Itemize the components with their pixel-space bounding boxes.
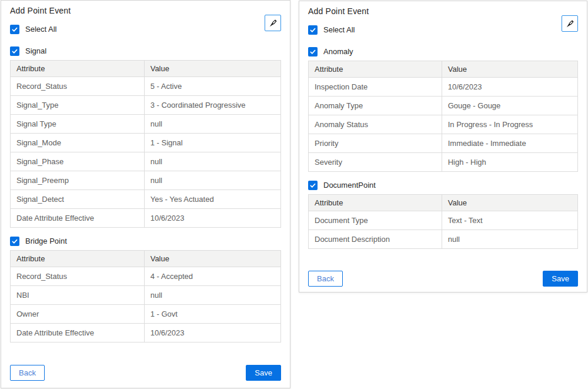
add-point-event-panel-left: Add Point Event Select All (1, 0, 290, 388)
attribute-cell: Signal Type (11, 115, 145, 134)
panel-header: Add Point Event Select All (10, 1, 281, 34)
table-row: Owner 1 - Govt (11, 305, 281, 324)
value-column-header: Value (144, 61, 280, 77)
value-cell: null (144, 171, 280, 190)
eyedropper-button[interactable] (265, 15, 281, 31)
document-point-label: DocumentPoint (323, 181, 376, 190)
back-button[interactable]: Back (10, 365, 45, 381)
attribute-cell: Severity (309, 153, 442, 172)
select-all-checkbox[interactable] (10, 25, 19, 34)
panel-footer: Back Save (10, 365, 281, 388)
attribute-cell: Record_Status (11, 77, 145, 96)
check-icon (11, 238, 18, 245)
select-all-row[interactable]: Select All (10, 25, 281, 34)
attribute-cell: Anomaly Status (309, 115, 442, 134)
value-cell: 1 - Signal (144, 134, 280, 152)
value-cell: Gouge - Gouge (442, 97, 577, 115)
value-cell: In Progress - In Progress (442, 115, 577, 134)
check-icon (309, 26, 316, 34)
table-row: Anomaly Status In Progress - In Progress (309, 115, 578, 134)
checkbox-row-signal[interactable]: Signal (10, 46, 281, 56)
add-point-event-panel-right: Add Point Event Select All (299, 1, 587, 292)
table-row: Signal_Phase null (11, 152, 281, 171)
checkbox-row-document-point[interactable]: DocumentPoint (308, 181, 578, 190)
attribute-cell: NBI (11, 286, 145, 305)
table-header-row: Attribute Value (11, 61, 281, 77)
attribute-cell: Signal_Detect (11, 190, 145, 209)
value-cell: null (144, 152, 280, 171)
value-cell: null (442, 230, 577, 249)
select-all-checkbox[interactable] (308, 25, 318, 35)
table-header-row: Attribute Value (11, 251, 281, 267)
attribute-cell: Signal_Mode (11, 134, 145, 152)
save-button[interactable]: Save (246, 365, 281, 381)
attribute-cell: Owner (11, 305, 145, 324)
check-icon (11, 26, 18, 33)
checkbox-row-bridge-point[interactable]: Bridge Point (10, 237, 281, 246)
select-all-row[interactable]: Select All (308, 25, 578, 35)
check-icon (11, 48, 18, 55)
check-icon (309, 182, 316, 189)
table-row: Record_Status 5 - Active (11, 77, 281, 96)
attribute-column-header: Attribute (309, 195, 442, 211)
value-cell: Immediate - Immediate (442, 134, 577, 153)
section-anomaly: Anomaly Attribute Value Inspection Date … (308, 35, 578, 172)
panel-footer: Back Save (308, 271, 578, 292)
value-cell: 3 - Coordinated Progressive (144, 96, 280, 115)
check-icon (309, 48, 316, 55)
panel-title: Add Point Event (10, 6, 281, 15)
table-row: Signal_Mode 1 - Signal (11, 134, 281, 152)
table-row: Anomaly Type Gouge - Gouge (309, 97, 578, 115)
table-row: Document Type Text - Text (309, 211, 578, 230)
save-button[interactable]: Save (543, 271, 578, 287)
attribute-column-header: Attribute (11, 61, 145, 77)
table-row: Signal Type null (11, 115, 281, 134)
signal-checkbox[interactable] (10, 46, 19, 56)
bridge-point-checkbox[interactable] (10, 237, 19, 246)
section-bridge-point: Bridge Point Attribute Value Record_Stat… (10, 228, 281, 343)
attribute-cell: Inspection Date (309, 78, 442, 97)
anomaly-attribute-table: Attribute Value Inspection Date 10/6/202… (308, 61, 578, 172)
table-row: Record_Status 4 - Accepted (11, 267, 281, 286)
value-cell: 5 - Active (144, 77, 280, 96)
table-row: Date Attribute Effective 10/6/2023 (11, 324, 281, 343)
attribute-column-header: Attribute (309, 61, 442, 78)
anomaly-label: Anomaly (323, 47, 353, 56)
table-row: Signal_Preemp null (11, 171, 281, 190)
attribute-cell: Record_Status (11, 267, 145, 286)
eyedropper-button[interactable] (562, 15, 578, 32)
value-column-header: Value (442, 61, 577, 78)
table-row: Signal_Detect Yes - Yes Actuated (11, 190, 281, 209)
value-cell: 1 - Govt (144, 305, 280, 324)
document-point-checkbox[interactable] (308, 181, 318, 190)
bridge-point-attribute-table: Attribute Value Record_Status 4 - Accept… (10, 250, 281, 343)
value-column-header: Value (144, 251, 280, 267)
value-cell: High - High (442, 153, 577, 172)
bridge-point-label: Bridge Point (25, 237, 67, 246)
attribute-cell: Signal_Phase (11, 152, 145, 171)
table-row: NBI null (11, 286, 281, 305)
table-header-row: Attribute Value (309, 195, 578, 211)
section-signal: Signal Attribute Value Record_Status 5 -… (10, 34, 281, 228)
checkbox-row-anomaly[interactable]: Anomaly (308, 47, 578, 56)
eyedropper-icon (565, 19, 575, 29)
attribute-cell: Anomaly Type (309, 97, 442, 115)
panel-header: Add Point Event Select All (308, 1, 578, 35)
value-cell: 4 - Accepted (144, 267, 280, 286)
value-cell: 10/6/2023 (144, 324, 280, 343)
document-point-attribute-table: Attribute Value Document Type Text - Tex… (308, 194, 578, 249)
select-all-label: Select All (25, 25, 56, 34)
anomaly-checkbox[interactable] (308, 47, 318, 56)
value-cell: Yes - Yes Actuated (144, 190, 280, 209)
table-row: Inspection Date 10/6/2023 (309, 78, 578, 97)
table-row: Date Attribute Effective 10/6/2023 (11, 209, 281, 228)
attribute-column-header: Attribute (11, 251, 145, 267)
table-row: Signal_Type 3 - Coordinated Progressive (11, 96, 281, 115)
section-document-point: DocumentPoint Attribute Value Document T… (308, 172, 578, 249)
value-cell: null (144, 115, 280, 134)
signal-label: Signal (25, 46, 46, 56)
eyedropper-icon (268, 18, 278, 28)
signal-attribute-table: Attribute Value Record_Status 5 - Active… (10, 60, 281, 228)
attribute-cell: Document Description (309, 230, 442, 249)
back-button[interactable]: Back (308, 271, 343, 287)
